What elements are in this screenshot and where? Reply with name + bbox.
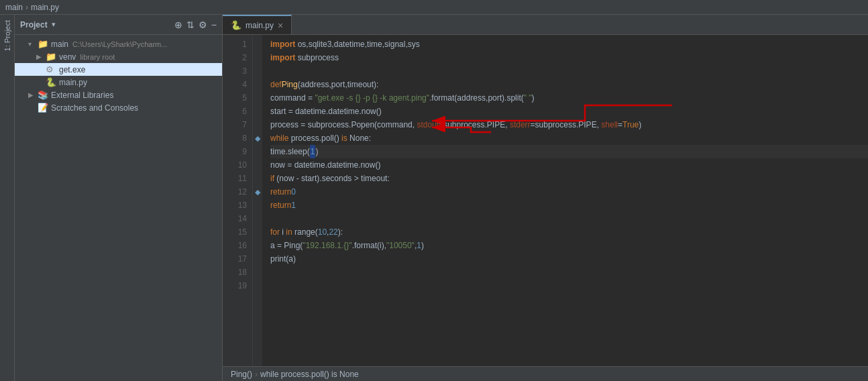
ln-16: 16 — [223, 239, 247, 252]
ln-19: 19 — [223, 279, 247, 292]
sidebar-toolbar-right: ⊕ ⇅ ⚙ − — [174, 19, 217, 30]
editor-tabs: 🐍 main.py × — [223, 15, 868, 35]
ln-18: 18 — [223, 266, 247, 279]
ln-12: 12 — [223, 185, 247, 199]
breadcrumb-main: main — [5, 3, 23, 12]
minimize-icon[interactable]: − — [211, 19, 217, 30]
tree-item-extlibs[interactable]: ▶ 📚 External Libraries — [15, 89, 222, 101]
gutter-8: ◆ — [255, 131, 260, 145]
locate-file-icon[interactable]: ⊕ — [174, 19, 182, 30]
folder-icon-venv: 📁 — [46, 52, 56, 62]
ln-11: 11 — [223, 172, 247, 185]
ln-9: 9 — [223, 145, 247, 158]
python-icon-mainpy: 🐍 — [46, 77, 56, 87]
label-extlibs: External Libraries — [51, 91, 113, 100]
label-venv: venv — [59, 52, 76, 62]
label-scratches: Scratches and Consoles — [51, 103, 138, 113]
code-lines-wrapper: 1 2 3 4 5 6 7 8 9 10 11 12 13 14 15 16 1 — [223, 35, 868, 366]
ln-17: 17 — [223, 252, 247, 266]
ln-10: 10 — [223, 158, 247, 172]
tree-item-getexe[interactable]: ⚙ get.exe — [15, 63, 222, 76]
project-panel-tab[interactable]: 1: Project — [1, 15, 14, 56]
collapse-icon[interactable]: ⇅ — [186, 19, 195, 30]
code-line-2: import subprocess — [270, 51, 868, 64]
ln-3: 3 — [223, 64, 247, 78]
gutter-12: ◆ — [255, 185, 260, 199]
arrow-main: ▾ — [28, 40, 36, 48]
code-content[interactable]: import os,sqlite3,datetime,time,signal,s… — [262, 35, 868, 366]
ln-1: 1 — [223, 38, 247, 51]
code-line-13: return 1 — [270, 199, 868, 212]
code-line-15: for i in range(10,22): — [270, 225, 868, 239]
line-numbers: 1 2 3 4 5 6 7 8 9 10 11 12 13 14 15 16 1 — [223, 35, 253, 366]
arrow-venv: ▶ — [36, 53, 44, 60]
code-line-7: process = subprocess.Popen(command, stdo… — [270, 118, 868, 131]
top-bar: main › main.py — [0, 0, 868, 15]
exe-icon: ⚙ — [46, 64, 56, 74]
label-main: main — [51, 40, 68, 49]
sublabel-main: C:\Users\LyShark\Pycharm... — [72, 40, 167, 48]
sublabel-venv: library root — [80, 53, 115, 61]
tree-item-mainpy[interactable]: 🐍 main.py — [15, 76, 222, 89]
editor-wrapper: 1 2 3 4 5 6 7 8 9 10 11 12 13 14 15 16 1 — [223, 35, 868, 366]
ln-8: 8 — [223, 131, 247, 145]
sidebar-toolbar: Project ▾ ⊕ ⇅ ⚙ − — [15, 15, 222, 35]
status-bar: Ping() › while process.poll() is None — [223, 366, 868, 381]
settings-icon[interactable]: ⚙ — [199, 19, 207, 30]
code-line-17: print(a) — [270, 252, 868, 266]
tab-close-button[interactable]: × — [278, 20, 283, 31]
code-line-1: import os,sqlite3,datetime,time,signal,s… — [270, 38, 868, 51]
ln-5: 5 — [223, 91, 247, 105]
code-line-11: if (now - start).seconds > timeout: — [270, 172, 868, 185]
breadcrumb: main › main.py — [5, 3, 59, 12]
code-line-4: def Ping(address,port,timeout): — [270, 78, 868, 91]
sidebar-toolbar-left: Project ▾ — [20, 20, 56, 30]
project-tree: ▾ 📁 main C:\Users\LyShark\Pycharm... ▶ 📁… — [15, 35, 222, 381]
tree-item-scratches[interactable]: 📝 Scratches and Consoles — [15, 101, 222, 114]
status-bc-1: Ping() — [231, 370, 252, 379]
tree-item-main[interactable]: ▾ 📁 main C:\Users\LyShark\Pycharm... — [15, 38, 222, 50]
arrow-extlibs: ▶ — [28, 91, 36, 99]
status-sep1: › — [255, 370, 258, 379]
tab-mainpy[interactable]: 🐍 main.py × — [223, 15, 292, 34]
ln-15: 15 — [223, 225, 247, 239]
code-line-8: while process.poll() is None: — [270, 131, 868, 145]
ln-6: 6 — [223, 105, 247, 118]
editor-area: 🐍 main.py × — [223, 15, 868, 381]
code-line-9: time.sleep(1) — [270, 145, 868, 158]
breadcrumb-file: main.py — [31, 3, 59, 12]
ln-13: 13 — [223, 199, 247, 212]
ln-4: 4 — [223, 78, 247, 91]
tab-label: main.py — [246, 21, 274, 30]
breadcrumb-sep1: › — [25, 3, 28, 12]
status-breadcrumb: Ping() › while process.poll() is None — [231, 370, 359, 379]
code-line-14 — [270, 212, 868, 225]
label-mainpy: main.py — [59, 78, 87, 87]
project-dropdown-icon[interactable]: ▾ — [52, 20, 56, 29]
label-getexe: get.exe — [59, 65, 85, 74]
code-line-16: a = Ping("192.168.1.{}".format(i),"10050… — [270, 239, 868, 252]
folder-icon-main: 📁 — [38, 39, 48, 49]
tree-item-venv[interactable]: ▶ 📁 venv library root — [15, 50, 222, 63]
tab-python-icon: 🐍 — [231, 20, 241, 30]
status-bc-2: while process.poll() is None — [260, 370, 359, 379]
extlib-icon: 📚 — [38, 90, 48, 100]
code-line-6: start = datetime.datetime.now() — [270, 105, 868, 118]
ln-7: 7 — [223, 118, 247, 131]
code-line-12: return 0 — [270, 185, 868, 199]
project-title: Project — [20, 20, 48, 30]
gutter-col: ◆ ◆ — [253, 35, 262, 366]
ln-14: 14 — [223, 212, 247, 225]
ln-2: 2 — [223, 51, 247, 64]
scratch-icon: 📝 — [38, 103, 48, 113]
sidebar: Project ▾ ⊕ ⇅ ⚙ − ▾ 📁 main C:\Users\LySh… — [15, 15, 223, 381]
code-line-3 — [270, 64, 868, 78]
code-line-5: command = "get.exe -s {} -p {} -k agent.… — [270, 91, 868, 105]
vertical-tab-panel[interactable]: 1: Project — [0, 15, 15, 381]
code-line-19 — [270, 279, 868, 292]
code-line-18 — [270, 266, 868, 279]
code-line-10: now = datetime.datetime.now() — [270, 158, 868, 172]
